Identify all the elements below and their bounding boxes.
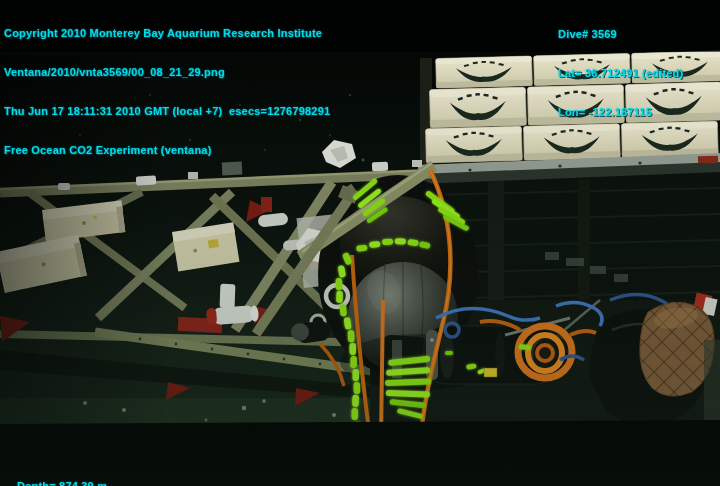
experiment-line: Free Ocean CO2 Experiment (ventana): [4, 144, 330, 157]
dive-number: Dive# 3569: [558, 28, 683, 41]
telemetry-top-right: Dive# 3569 Lat= 36.712491 (edited) Lon= …: [558, 2, 683, 145]
depth-value: Depth= 874.39 m: [17, 480, 107, 486]
longitude: Lon= -122.187115: [558, 106, 683, 119]
timestamp-line: Thu Jun 17 18:11:31 2010 GMT (local +7) …: [4, 105, 330, 118]
file-path-line: Ventana/2010/vnta3569/00_08_21_29.png: [4, 66, 330, 79]
latitude: Lat= 36.712491 (edited): [558, 67, 683, 80]
telemetry-top-left: Copyright 2010 Monterey Bay Aquarium Res…: [4, 1, 330, 183]
copyright-line: Copyright 2010 Monterey Bay Aquarium Res…: [4, 27, 330, 40]
telemetry-bottom: Depth= 874.39 m Temp= 4.159 C Sal= 34.41…: [4, 467, 114, 486]
rov-video-frame: Copyright 2010 Monterey Bay Aquarium Res…: [0, 0, 720, 486]
